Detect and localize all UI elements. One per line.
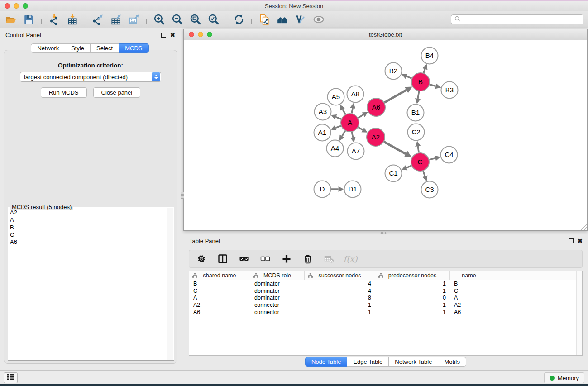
- vertical-split-handle[interactable]: [380, 232, 387, 234]
- horizontal-split-handle[interactable]: [181, 192, 184, 199]
- table-row-A[interactable]: Adominator80A: [189, 294, 582, 301]
- new-session-icon[interactable]: [258, 13, 271, 26]
- close-table-panel-icon[interactable]: ✖: [578, 238, 583, 243]
- zoom-out-icon[interactable]: [171, 13, 184, 26]
- graph-edge-C-C1[interactable]: [402, 165, 411, 170]
- graph-node-B[interactable]: B: [411, 73, 430, 91]
- graph-edge-B-B2[interactable]: [402, 74, 411, 79]
- float-panel-icon[interactable]: [161, 33, 166, 38]
- mcds-result-item[interactable]: A6: [10, 238, 167, 246]
- graph-node-C1[interactable]: C1: [385, 165, 402, 182]
- deselect-all-rows-icon[interactable]: [260, 253, 271, 264]
- tab-network[interactable]: Network: [31, 43, 65, 53]
- graph-node-A4[interactable]: A4: [327, 140, 344, 157]
- graph-node-C3[interactable]: C3: [421, 181, 438, 198]
- table-cell[interactable]: 0: [375, 295, 450, 301]
- add-column-icon[interactable]: [281, 253, 292, 264]
- close-window-button[interactable]: [5, 3, 10, 9]
- graph-node-B3[interactable]: B3: [441, 82, 458, 99]
- tab-network-table[interactable]: Network Table: [389, 357, 438, 367]
- table-row-A6[interactable]: A6connector11A6: [189, 309, 582, 316]
- table-row-C[interactable]: Cdominator41C: [189, 287, 582, 295]
- graph-node-D[interactable]: D: [314, 181, 331, 198]
- export-table-icon[interactable]: [110, 13, 122, 26]
- search-box[interactable]: [451, 14, 583, 24]
- save-session-icon[interactable]: [23, 13, 35, 26]
- mcds-result-item[interactable]: A: [10, 216, 167, 224]
- table-cell[interactable]: 1: [375, 309, 450, 315]
- graph-node-A6[interactable]: A6: [367, 98, 385, 116]
- table-cell[interactable]: B: [189, 281, 250, 287]
- column-header-shared-name[interactable]: shared name: [189, 271, 250, 280]
- table-cell[interactable]: dominator: [250, 295, 305, 301]
- table-cell[interactable]: dominator: [250, 281, 305, 287]
- memory-button[interactable]: Memory: [544, 372, 584, 383]
- table-cell[interactable]: dominator: [250, 288, 305, 294]
- table-cell[interactable]: 4: [305, 281, 375, 287]
- tab-node-table[interactable]: Node Table: [305, 357, 348, 367]
- column-header-MCDS-role[interactable]: MCDS role: [250, 271, 305, 280]
- graph-edge-A6-B[interactable]: [384, 86, 412, 102]
- network-close-button[interactable]: [189, 32, 194, 37]
- graph-node-A1[interactable]: A1: [314, 124, 331, 141]
- table-cell[interactable]: 8: [305, 295, 375, 301]
- graph-edge-A-A1[interactable]: [330, 125, 341, 130]
- float-table-panel-icon[interactable]: [569, 238, 574, 243]
- search-input[interactable]: [462, 16, 580, 23]
- run-mcds-button[interactable]: Run MCDS: [41, 87, 87, 98]
- graph-edge-A-A3[interactable]: [331, 114, 341, 119]
- column-header-predecessor-nodes[interactable]: predecessor nodes: [375, 271, 450, 280]
- graph-edge-B-B1[interactable]: [415, 91, 421, 104]
- graph-node-A2[interactable]: A2: [367, 128, 385, 146]
- tab-style[interactable]: Style: [65, 43, 91, 53]
- column-header-successor-nodes[interactable]: successor nodes: [305, 271, 375, 280]
- table-cell[interactable]: A2: [189, 302, 250, 308]
- table-row-B[interactable]: Bdominator41B: [189, 280, 582, 287]
- export-image-icon[interactable]: [128, 13, 140, 26]
- minimize-window-button[interactable]: [14, 3, 19, 9]
- table-cell[interactable]: 4: [305, 288, 375, 294]
- mcds-result-item[interactable]: C: [10, 231, 167, 238]
- table-cell[interactable]: C: [450, 288, 488, 294]
- graph-edge-C-C3[interactable]: [422, 171, 427, 181]
- tab-mcds[interactable]: MCDS: [119, 43, 148, 53]
- table-cell[interactable]: 1: [375, 288, 450, 294]
- graph-node-A3[interactable]: A3: [315, 104, 331, 120]
- import-table-icon[interactable]: [66, 13, 79, 26]
- mcds-result-item[interactable]: A2: [10, 209, 167, 216]
- graph-edge-A-A2[interactable]: [358, 127, 367, 132]
- table-cell[interactable]: 1: [375, 281, 450, 287]
- table-row-A2[interactable]: A2connector11A2: [189, 301, 582, 309]
- graph-edge-A-A8[interactable]: [350, 103, 355, 113]
- table-cell[interactable]: 1: [305, 302, 375, 308]
- zoom-in-icon[interactable]: [153, 13, 166, 26]
- graph-node-B2[interactable]: B2: [385, 63, 402, 80]
- result-list-scrollbar[interactable]: [167, 208, 173, 360]
- graph-node-A7[interactable]: A7: [348, 143, 364, 160]
- zoom-window-button[interactable]: [23, 3, 28, 9]
- graph-edge-C-C4[interactable]: [429, 156, 440, 161]
- table-cell[interactable]: 1: [375, 302, 450, 308]
- refresh-view-icon[interactable]: [233, 13, 245, 26]
- close-panel-icon[interactable]: ✖: [170, 33, 175, 38]
- graph-node-B1[interactable]: B1: [407, 105, 424, 121]
- annotation-mode-icon[interactable]: [294, 13, 307, 26]
- table-cell[interactable]: connector: [250, 302, 305, 308]
- tab-select[interactable]: Select: [91, 43, 119, 53]
- select-all-rows-icon[interactable]: [239, 253, 249, 264]
- mcds-result-item[interactable]: B: [10, 224, 167, 231]
- graph-node-A5[interactable]: A5: [328, 89, 344, 105]
- table-cell[interactable]: 1: [305, 309, 375, 315]
- graph-edge-C-C2[interactable]: [415, 141, 421, 152]
- table-cell[interactable]: A6: [450, 309, 488, 315]
- table-cell[interactable]: C: [189, 288, 250, 294]
- graph-edge-A-A6[interactable]: [358, 112, 368, 118]
- open-session-icon[interactable]: [5, 13, 17, 26]
- graph-node-D1[interactable]: D1: [344, 181, 361, 198]
- export-network-icon[interactable]: [91, 13, 104, 26]
- network-minimize-button[interactable]: [198, 32, 203, 37]
- graph-edge-A-A4[interactable]: [339, 131, 345, 141]
- criterion-dropdown[interactable]: largest connected component (directed): [20, 72, 161, 82]
- network-canvas[interactable]: AA1A2A3A4A5A6A7A8BB1B2B3B4CC1C2C3C4DD1: [184, 40, 587, 230]
- graph-node-C[interactable]: C: [411, 153, 429, 171]
